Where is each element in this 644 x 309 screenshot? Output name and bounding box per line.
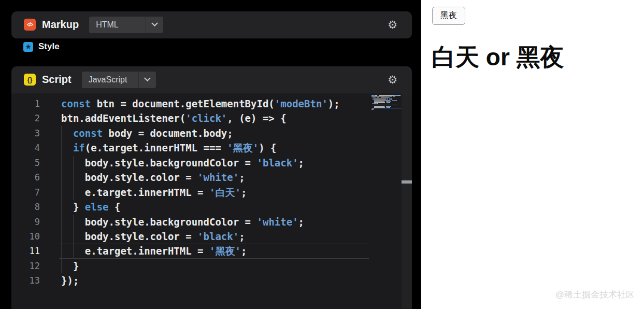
code-line[interactable]: 7 e.target.innerHTML = '白天'; [11,185,412,200]
code-editor[interactable]: 1const btn = document.getElementById('mo… [11,93,412,308]
line-number: 3 [11,126,40,141]
style-panel-title: Style [38,41,60,52]
style-icon: * [23,42,33,52]
script-settings-gear-icon[interactable]: ⚙ [388,74,397,85]
indent-guide-line [61,170,62,185]
mode-toggle-button[interactable]: 黑夜 [432,7,465,25]
code-line-text: }); [61,273,79,288]
markup-language-select[interactable]: HTML [89,17,163,33]
code-line[interactable]: 4 if(e.target.innerHTML === '黑夜') { [11,141,412,155]
code-line[interactable]: 1const btn = document.getElementById('mo… [11,96,412,111]
indent-guide-line [73,156,74,170]
markup-settings-gear-icon[interactable]: ⚙ [388,19,397,30]
code-line[interactable]: 2btn.addEventListener('click', (e) => { [11,111,412,125]
app-window: </> Markup HTML ⚙ * Style {} Script [0,0,644,309]
script-language-value: JavaScript [82,75,138,85]
minimap-content [371,95,402,110]
line-number: 9 [11,215,40,229]
code-line[interactable]: 9 body.style.backgroundColor = 'white'; [11,215,412,229]
script-panel-title: Script [42,74,71,86]
code-line[interactable]: 11 e.target.innerHTML = '黑夜'; [11,244,412,258]
code-line-text: e.target.innerHTML = '黑夜'; [61,244,247,258]
watermark-text: @稀土掘金技术社区 [555,289,635,301]
editor-side: </> Markup HTML ⚙ * Style {} Script [0,0,421,309]
line-number: 12 [11,259,40,273]
indent-guide-line [61,200,62,214]
code-line[interactable]: 5 body.style.backgroundColor = 'black'; [11,156,412,170]
code-line-text: body.style.color = 'white'; [61,170,245,185]
scrollbar-thumb[interactable] [402,180,412,184]
line-number: 13 [11,273,40,288]
markup-panel-title: Markup [42,19,79,31]
line-number: 8 [11,200,40,214]
code-line-text: } else { [61,200,120,214]
indent-guide-line [73,244,74,258]
indent-guide-line [61,141,62,155]
indent-guide-line [73,170,74,185]
line-number: 2 [11,111,40,125]
script-panel: {} Script JavaScript ⚙ 1const btn = docu… [11,66,412,309]
indent-guide-line [73,185,74,200]
minimap-active-line-indicator [371,108,402,108]
minimap[interactable] [371,95,402,113]
code-line[interactable]: 3 const body = document.body; [11,126,412,141]
code-line-text: } [61,259,79,273]
preview-pane: 黑夜 白天 or 黑夜 @稀土掘金技术社区 [421,0,644,309]
indent-guide-line [73,229,74,244]
script-panel-header: {} Script JavaScript ⚙ [11,66,412,93]
line-number: 5 [11,156,40,170]
scrollbar-track[interactable] [402,93,412,308]
markup-language-value: HTML [89,20,146,30]
line-number: 6 [11,170,40,185]
markup-icon: </> [24,19,36,31]
line-number: 4 [11,141,40,155]
indent-guide-line [73,215,74,229]
code-line-text: btn.addEventListener('click', (e) => { [61,111,287,125]
code-line-text: const btn = document.getElementById('mod… [61,96,340,111]
code-line-text: e.target.innerHTML = '白天'; [61,185,247,200]
chevron-down-icon[interactable] [138,72,156,88]
line-number: 11 [11,244,40,258]
line-number: 1 [11,96,40,111]
indent-guide-line [61,185,62,200]
code-line-text: body.style.color = 'black'; [61,229,245,244]
indent-guide-line [61,259,62,273]
code-line[interactable]: 13}); [11,273,412,288]
indent-guide-line [61,156,62,170]
code-line-text: body.style.backgroundColor = 'white'; [61,215,304,229]
line-number: 7 [11,185,40,200]
indent-guide-line [61,229,62,244]
style-panel-toggle[interactable]: * Style [23,41,60,52]
code-lines: 1const btn = document.getElementById('mo… [11,96,412,288]
indent-guide-line [61,215,62,229]
code-line[interactable]: 10 body.style.color = 'black'; [11,229,412,244]
code-line-text: const body = document.body; [61,126,233,141]
line-number: 10 [11,229,40,244]
preview-heading: 白天 or 黑夜 [432,41,564,74]
script-language-select[interactable]: JavaScript [82,72,156,88]
markup-panel-header: </> Markup HTML ⚙ [11,11,412,38]
indent-guide-line [61,126,62,141]
chevron-down-icon[interactable] [146,17,163,33]
code-line[interactable]: 6 body.style.color = 'white'; [11,170,412,185]
code-line[interactable]: 8 } else { [11,200,412,214]
code-line-text: body.style.backgroundColor = 'black'; [61,156,304,170]
code-line-text: if(e.target.innerHTML === '黑夜') { [61,141,277,155]
code-line[interactable]: 12 } [11,259,412,273]
indent-guide-line [61,244,62,258]
script-icon: {} [24,74,36,86]
